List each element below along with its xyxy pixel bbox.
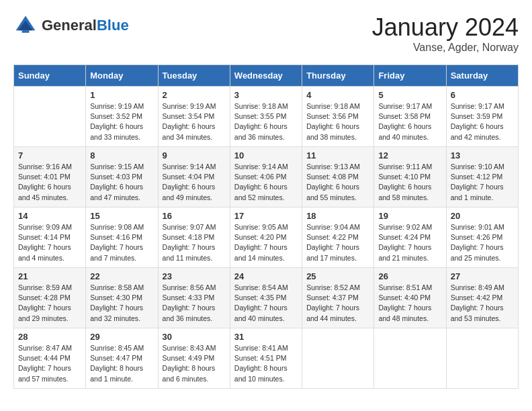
page-header: GeneralBlue January 2024 Vanse, Agder, N… (13, 13, 519, 54)
day-number: 7 (18, 150, 81, 161)
day-number: 3 (234, 90, 298, 100)
calendar-cell: 23Sunrise: 8:56 AM Sunset: 4:33 PM Dayli… (158, 268, 230, 328)
day-number: 16 (163, 211, 226, 221)
calendar-week-row: 21Sunrise: 8:59 AM Sunset: 4:28 PM Dayli… (14, 268, 519, 328)
day-number: 1 (90, 90, 153, 100)
cell-content: Sunrise: 9:08 AM Sunset: 4:16 PM Dayligh… (90, 222, 153, 263)
day-number: 9 (163, 150, 226, 161)
calendar-cell: 2Sunrise: 9:19 AM Sunset: 3:54 PM Daylig… (158, 87, 230, 147)
cell-content: Sunrise: 8:54 AM Sunset: 4:35 PM Dayligh… (234, 283, 298, 324)
calendar-cell: 11Sunrise: 9:13 AM Sunset: 4:08 PM Dayli… (302, 147, 374, 208)
location-subtitle: Vanse, Agder, Norway (372, 42, 519, 54)
day-header-wednesday: Wednesday (230, 65, 302, 87)
calendar-cell: 25Sunrise: 8:52 AM Sunset: 4:37 PM Dayli… (302, 268, 374, 328)
cell-content: Sunrise: 9:17 AM Sunset: 3:58 PM Dayligh… (378, 101, 441, 142)
calendar-cell: 24Sunrise: 8:54 AM Sunset: 4:35 PM Dayli… (230, 268, 302, 328)
day-number: 5 (378, 90, 441, 100)
cell-content: Sunrise: 9:17 AM Sunset: 3:59 PM Dayligh… (451, 101, 514, 142)
calendar-cell: 6Sunrise: 9:17 AM Sunset: 3:59 PM Daylig… (446, 87, 518, 147)
calendar-cell: 17Sunrise: 9:05 AM Sunset: 4:20 PM Dayli… (230, 208, 302, 268)
calendar-cell (14, 87, 86, 147)
cell-content: Sunrise: 9:05 AM Sunset: 4:20 PM Dayligh… (234, 222, 298, 263)
calendar-cell: 18Sunrise: 9:04 AM Sunset: 4:22 PM Dayli… (302, 208, 374, 268)
calendar-cell: 8Sunrise: 9:15 AM Sunset: 4:03 PM Daylig… (86, 147, 158, 208)
day-header-tuesday: Tuesday (158, 65, 230, 87)
calendar-cell: 16Sunrise: 9:07 AM Sunset: 4:18 PM Dayli… (158, 208, 230, 268)
cell-content: Sunrise: 9:19 AM Sunset: 3:54 PM Dayligh… (163, 101, 226, 142)
day-number: 30 (163, 332, 226, 342)
day-number: 26 (378, 271, 441, 281)
cell-content: Sunrise: 9:09 AM Sunset: 4:14 PM Dayligh… (18, 222, 81, 263)
day-number: 28 (18, 332, 81, 342)
cell-content: Sunrise: 8:43 AM Sunset: 4:49 PM Dayligh… (163, 343, 226, 384)
cell-content: Sunrise: 9:18 AM Sunset: 3:55 PM Dayligh… (234, 101, 298, 142)
day-number: 19 (378, 211, 441, 221)
day-header-monday: Monday (86, 65, 158, 87)
cell-content: Sunrise: 8:59 AM Sunset: 4:28 PM Dayligh… (18, 283, 81, 324)
day-header-sunday: Sunday (14, 65, 86, 87)
day-number: 15 (90, 211, 153, 221)
calendar-cell: 20Sunrise: 9:01 AM Sunset: 4:26 PM Dayli… (446, 208, 518, 268)
logo: GeneralBlue (13, 13, 129, 38)
cell-content: Sunrise: 9:04 AM Sunset: 4:22 PM Dayligh… (306, 222, 369, 263)
day-number: 22 (90, 271, 153, 281)
calendar-cell: 10Sunrise: 9:14 AM Sunset: 4:06 PM Dayli… (230, 147, 302, 208)
cell-content: Sunrise: 8:49 AM Sunset: 4:42 PM Dayligh… (451, 283, 514, 324)
cell-content: Sunrise: 8:52 AM Sunset: 4:37 PM Dayligh… (306, 283, 369, 324)
day-header-friday: Friday (374, 65, 446, 87)
day-number: 29 (90, 332, 153, 342)
calendar-cell: 4Sunrise: 9:18 AM Sunset: 3:56 PM Daylig… (302, 87, 374, 147)
calendar-week-row: 14Sunrise: 9:09 AM Sunset: 4:14 PM Dayli… (14, 208, 519, 268)
cell-content: Sunrise: 9:18 AM Sunset: 3:56 PM Dayligh… (306, 101, 369, 142)
day-number: 10 (234, 150, 298, 161)
day-number: 18 (306, 211, 369, 221)
cell-content: Sunrise: 9:10 AM Sunset: 4:12 PM Dayligh… (451, 162, 514, 203)
calendar-cell: 13Sunrise: 9:10 AM Sunset: 4:12 PM Dayli… (446, 147, 518, 208)
logo-icon (13, 13, 38, 38)
day-header-saturday: Saturday (446, 65, 518, 87)
calendar-cell: 12Sunrise: 9:11 AM Sunset: 4:10 PM Dayli… (374, 147, 446, 208)
month-title: January 2024 (372, 13, 519, 42)
day-number: 12 (378, 150, 441, 161)
day-number: 14 (18, 211, 81, 221)
calendar-week-row: 1Sunrise: 9:19 AM Sunset: 3:52 PM Daylig… (14, 87, 519, 147)
day-number: 13 (451, 150, 514, 161)
calendar-cell: 30Sunrise: 8:43 AM Sunset: 4:49 PM Dayli… (158, 328, 230, 389)
calendar-cell: 7Sunrise: 9:16 AM Sunset: 4:01 PM Daylig… (14, 147, 86, 208)
calendar-cell: 1Sunrise: 9:19 AM Sunset: 3:52 PM Daylig… (86, 87, 158, 147)
calendar-cell (302, 328, 374, 389)
calendar-week-row: 7Sunrise: 9:16 AM Sunset: 4:01 PM Daylig… (14, 147, 519, 208)
day-number: 23 (163, 271, 226, 281)
calendar-cell: 15Sunrise: 9:08 AM Sunset: 4:16 PM Dayli… (86, 208, 158, 268)
calendar-cell: 29Sunrise: 8:45 AM Sunset: 4:47 PM Dayli… (86, 328, 158, 389)
cell-content: Sunrise: 8:58 AM Sunset: 4:30 PM Dayligh… (90, 283, 153, 324)
calendar-week-row: 28Sunrise: 8:47 AM Sunset: 4:44 PM Dayli… (14, 328, 519, 389)
calendar-cell: 26Sunrise: 8:51 AM Sunset: 4:40 PM Dayli… (374, 268, 446, 328)
cell-content: Sunrise: 9:14 AM Sunset: 4:04 PM Dayligh… (163, 162, 226, 203)
calendar-cell: 27Sunrise: 8:49 AM Sunset: 4:42 PM Dayli… (446, 268, 518, 328)
calendar-cell: 3Sunrise: 9:18 AM Sunset: 3:55 PM Daylig… (230, 87, 302, 147)
cell-content: Sunrise: 9:15 AM Sunset: 4:03 PM Dayligh… (90, 162, 153, 203)
calendar-cell: 9Sunrise: 9:14 AM Sunset: 4:04 PM Daylig… (158, 147, 230, 208)
cell-content: Sunrise: 9:01 AM Sunset: 4:26 PM Dayligh… (451, 222, 514, 263)
day-number: 6 (451, 90, 514, 100)
calendar-cell: 5Sunrise: 9:17 AM Sunset: 3:58 PM Daylig… (374, 87, 446, 147)
logo-blue-text: Blue (97, 17, 129, 34)
calendar-cell: 28Sunrise: 8:47 AM Sunset: 4:44 PM Dayli… (14, 328, 86, 389)
cell-content: Sunrise: 8:45 AM Sunset: 4:47 PM Dayligh… (90, 343, 153, 384)
cell-content: Sunrise: 8:47 AM Sunset: 4:44 PM Dayligh… (18, 343, 81, 384)
day-number: 27 (451, 271, 514, 281)
day-number: 8 (90, 150, 153, 161)
day-number: 20 (451, 211, 514, 221)
cell-content: Sunrise: 9:14 AM Sunset: 4:06 PM Dayligh… (234, 162, 298, 203)
day-number: 2 (163, 90, 226, 100)
cell-content: Sunrise: 9:13 AM Sunset: 4:08 PM Dayligh… (306, 162, 369, 203)
day-number: 24 (234, 271, 298, 281)
calendar-cell (374, 328, 446, 389)
cell-content: Sunrise: 9:16 AM Sunset: 4:01 PM Dayligh… (18, 162, 81, 203)
title-block: January 2024 Vanse, Agder, Norway (372, 13, 519, 54)
cell-content: Sunrise: 9:02 AM Sunset: 4:24 PM Dayligh… (378, 222, 441, 263)
cell-content: Sunrise: 8:51 AM Sunset: 4:40 PM Dayligh… (378, 283, 441, 324)
day-number: 4 (306, 90, 369, 100)
day-number: 17 (234, 211, 298, 221)
